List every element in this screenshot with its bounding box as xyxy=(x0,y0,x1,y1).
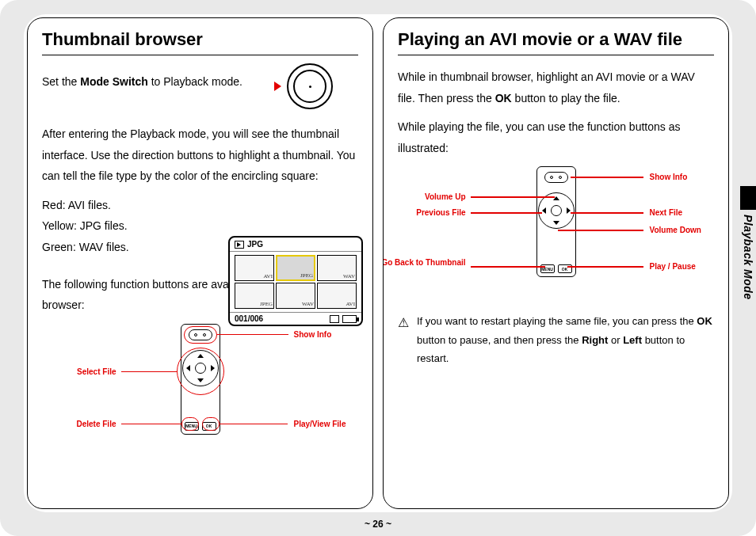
text: If you want to restart playing the same … xyxy=(417,315,697,327)
dpad-center xyxy=(551,205,562,216)
callout-line xyxy=(571,177,643,178)
remote-diagram-left: MENU OK Show Info Select File Delete Fil… xyxy=(42,324,358,447)
note-text: If you want to restart playing the same … xyxy=(417,312,714,367)
anno-show-info: Show Info xyxy=(650,173,688,181)
thumb-tag: WAV xyxy=(343,273,355,279)
dpad-icon xyxy=(182,350,219,386)
lcd-status-icons xyxy=(330,315,357,323)
card-icon xyxy=(330,315,339,323)
dpad-center xyxy=(195,363,206,374)
anno-next-file: Next File xyxy=(650,208,683,217)
left-panel: Thumbnail browser Set the Mode Switch to… xyxy=(27,17,373,509)
lcd-counter: 001/006 xyxy=(235,314,263,323)
lcd-screen-diagram: JPG AVI JPEG WAV JPEG WAV AVI 001/006 xyxy=(228,236,363,326)
battery-icon xyxy=(342,315,357,323)
callout-line xyxy=(217,334,288,336)
text: Set the xyxy=(42,75,80,88)
callout-line xyxy=(471,266,545,268)
arrow-down-icon xyxy=(197,378,204,382)
callout-line xyxy=(220,424,288,425)
note-block: ⚠ If you want to restart playing the sam… xyxy=(398,312,714,367)
ok-button-icon: OK xyxy=(202,422,216,431)
yellow-legend: Yellow: JPG files. xyxy=(42,215,358,237)
remote-bottom-row: MENU OK xyxy=(185,422,216,431)
anno-play-view: Play/View File xyxy=(294,420,346,428)
anno-volume-down: Volume Down xyxy=(650,226,701,234)
lcd-top-bar: JPG xyxy=(230,238,361,252)
red-legend: Red: AVI files. xyxy=(42,195,358,216)
text: button to pause, and then press the xyxy=(417,334,582,346)
dial-inner xyxy=(293,70,326,103)
callout-line xyxy=(121,371,177,373)
callout-line xyxy=(471,196,555,198)
content-area: Thumbnail browser Set the Mode Switch to… xyxy=(24,14,732,512)
page-number: ~ 26 ~ xyxy=(0,519,756,530)
thumb-cell: AVI xyxy=(317,283,357,309)
section-tab: Playback Mode xyxy=(740,186,756,301)
thumb-cell: AVI xyxy=(235,255,274,281)
thumb-tag: JPEG xyxy=(260,301,273,307)
lcd-format-label: JPG xyxy=(247,240,263,249)
arrow-left-icon xyxy=(186,365,190,371)
left-title: Thumbnail browser xyxy=(42,29,358,55)
anno-volume-up: Volume Up xyxy=(425,192,465,201)
thumb-cell: JPEG xyxy=(235,283,274,309)
arrow-right-icon xyxy=(211,365,215,371)
right-para2: While playing the file, you can use the … xyxy=(398,116,714,158)
info-button-icon xyxy=(544,172,568,183)
text: button to play the file. xyxy=(512,92,620,105)
callout-line xyxy=(567,266,643,268)
thumb-tag: JPEG xyxy=(300,272,313,279)
thumb-tag: AVI xyxy=(263,273,273,279)
anno-show-info: Show Info xyxy=(294,330,332,339)
playback-icon xyxy=(235,241,244,249)
remote-body: MENU OK xyxy=(536,166,576,277)
section-tab-marker xyxy=(740,186,756,210)
anno-play-pause: Play / Pause xyxy=(650,262,696,271)
right-panel: Playing an AVI movie or a WAV file While… xyxy=(383,17,729,509)
remote-body: MENU OK xyxy=(181,324,220,435)
section-tab-label: Playback Mode xyxy=(742,215,754,300)
mode-switch-label: Mode Switch xyxy=(80,75,148,88)
right-title: Playing an AVI movie or a WAV file xyxy=(398,29,714,55)
callout-line xyxy=(571,212,643,214)
info-button-icon xyxy=(189,329,212,340)
mode-switch-block: Set the Mode Switch to Playback mode. xyxy=(42,67,358,114)
right-para1: While in thumbnail browser, highlight an… xyxy=(398,67,714,108)
arrow-left-icon xyxy=(542,207,546,214)
lcd-status-bar: 001/006 xyxy=(230,312,361,325)
arrow-up-icon xyxy=(197,354,204,358)
callout-line xyxy=(558,230,643,231)
thumb-tag: AVI xyxy=(346,301,355,307)
callout-line xyxy=(121,424,182,425)
lcd-thumbnail-grid: AVI JPEG WAV JPEG WAV AVI xyxy=(230,252,361,312)
anno-go-back: Go Back to Thumbnail xyxy=(383,258,466,268)
mode-switch-instruction: Set the Mode Switch to Playback mode. xyxy=(42,71,242,93)
anno-select-file: Select File xyxy=(77,367,116,376)
warning-icon: ⚠ xyxy=(398,312,409,367)
anno-delete-file: Delete File xyxy=(76,420,116,428)
dpad-icon xyxy=(538,192,575,229)
text: Left xyxy=(623,334,642,346)
thumb-tag: WAV xyxy=(302,301,314,307)
text: OK xyxy=(697,315,712,327)
thumb-cell-selected: JPEG xyxy=(276,255,315,281)
callout-line xyxy=(471,212,542,214)
arrow-down-icon xyxy=(553,221,559,225)
thumbnail-description: After entering the Playback mode, you wi… xyxy=(42,124,358,187)
ok-label: OK xyxy=(495,92,512,105)
remote-diagram-right: MENU OK Show Info Volume Up Previous Fil… xyxy=(398,166,714,293)
menu-button-icon: MENU xyxy=(185,422,199,431)
thumb-cell: WAV xyxy=(317,255,357,281)
text: or xyxy=(608,334,623,346)
thumb-cell: WAV xyxy=(276,283,315,309)
pointer-icon xyxy=(274,82,281,91)
anno-previous-file: Previous File xyxy=(416,208,465,217)
manual-page: Thumbnail browser Set the Mode Switch to… xyxy=(0,0,756,536)
dial-dot xyxy=(309,86,311,88)
text: Right xyxy=(582,334,608,346)
mode-dial-icon xyxy=(287,63,333,109)
text: to Playback mode. xyxy=(148,75,242,88)
